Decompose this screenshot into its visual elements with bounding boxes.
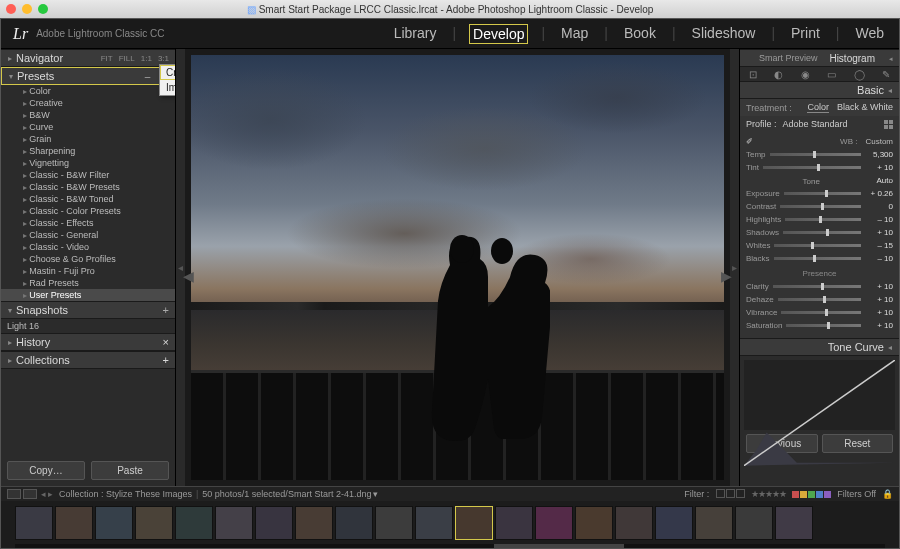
copy-button[interactable]: Copy… — [7, 461, 85, 480]
histogram-header[interactable]: Smart Preview Histogram — [740, 49, 899, 67]
preset-folder[interactable]: Sharpening — [1, 145, 175, 157]
treatment-color[interactable]: Color — [807, 102, 829, 113]
module-book[interactable]: Book — [621, 24, 659, 44]
tone-curve-graph[interactable] — [744, 360, 895, 430]
temp-slider[interactable] — [770, 153, 861, 156]
dehaze-slider[interactable] — [778, 298, 861, 301]
next-photo-arrow[interactable]: ▶ — [721, 268, 732, 284]
preset-folder[interactable]: Classic - B&W Filter — [1, 169, 175, 181]
filmstrip-thumbnail[interactable] — [455, 506, 493, 540]
preset-folder[interactable]: Classic - Effects — [1, 217, 175, 229]
filmstrip-thumbnail[interactable] — [655, 506, 693, 540]
second-window-icon[interactable] — [7, 489, 21, 499]
filmstrip-thumbnail[interactable] — [15, 506, 53, 540]
basic-header[interactable]: Basic — [740, 81, 899, 99]
snapshot-item[interactable]: Light 16 — [1, 319, 175, 333]
module-web[interactable]: Web — [852, 24, 887, 44]
spot-tool-icon[interactable]: ◐ — [774, 69, 783, 80]
vibrance-slider[interactable] — [781, 311, 861, 314]
color-label-filter[interactable] — [792, 491, 831, 498]
preset-folder[interactable]: Classic - Video — [1, 241, 175, 253]
preset-folder[interactable]: B&W — [1, 109, 175, 121]
history-header[interactable]: History × — [1, 333, 175, 351]
preset-folder[interactable]: Grain — [1, 133, 175, 145]
filmstrip-thumbnail[interactable] — [95, 506, 133, 540]
preset-folder[interactable]: Vignetting — [1, 157, 175, 169]
preset-folder[interactable]: Color — [1, 85, 175, 97]
radial-tool-icon[interactable]: ◯ — [854, 69, 865, 80]
develop-tool-strip[interactable]: ⊡ ◐ ◉ ▭ ◯ ✎ — [740, 67, 899, 81]
filmstrip-thumbnail[interactable] — [615, 506, 653, 540]
history-clear-icon[interactable]: × — [163, 336, 169, 348]
highlights-slider[interactable] — [785, 218, 861, 221]
filmstrip-thumbnail[interactable] — [415, 506, 453, 540]
filmstrip-thumbnail[interactable] — [695, 506, 733, 540]
paste-button[interactable]: Paste — [91, 461, 169, 480]
presets-tree[interactable]: ColorCreativeB&WCurveGrainSharpeningVign… — [1, 85, 175, 301]
exposure-slider[interactable] — [784, 192, 861, 195]
navigator-header[interactable]: Navigator FITFILL1:13:1 — [1, 49, 175, 67]
module-develop[interactable]: Develop — [469, 24, 528, 44]
contrast-slider[interactable] — [780, 205, 861, 208]
treatment-bw[interactable]: Black & White — [837, 102, 893, 113]
collections-add-icon[interactable]: + — [163, 354, 169, 366]
preset-folder[interactable]: Classic - B&W Presets — [1, 181, 175, 193]
whites-slider[interactable] — [774, 244, 861, 247]
collections-header[interactable]: Collections + — [1, 351, 175, 369]
filters-off[interactable]: Filters Off — [837, 489, 876, 499]
star-filter[interactable]: ★★★★★ — [751, 489, 786, 499]
filmstrip-thumbnail[interactable] — [255, 506, 293, 540]
filmstrip-thumbnail[interactable] — [375, 506, 413, 540]
redeye-tool-icon[interactable]: ◉ — [801, 69, 810, 80]
gradient-tool-icon[interactable]: ▭ — [827, 69, 836, 80]
grid-view-icon[interactable] — [23, 489, 37, 499]
menu-import-presets[interactable]: Import Preset(s)… — [160, 80, 176, 95]
saturation-slider[interactable] — [786, 324, 861, 327]
brush-tool-icon[interactable]: ✎ — [882, 69, 890, 80]
filter-lock-icon[interactable]: 🔒 — [882, 489, 893, 499]
tone-curve-header[interactable]: Tone Curve — [740, 338, 899, 356]
presets-header[interactable]: Presets – + — [1, 67, 175, 85]
filmstrip-thumbnail[interactable] — [55, 506, 93, 540]
profile-browser-icon[interactable] — [884, 120, 893, 129]
nav-fwd-icon[interactable]: ▸ — [48, 489, 53, 499]
filename-dropdown-icon[interactable]: ▾ — [373, 489, 378, 499]
profile-value[interactable]: Adobe Standard — [783, 119, 848, 129]
filmstrip-scrollbar[interactable] — [15, 544, 885, 548]
flag-filters[interactable] — [715, 489, 745, 500]
auto-tone-button[interactable]: Auto — [877, 176, 893, 185]
filmstrip-thumbnail[interactable] — [295, 506, 333, 540]
filmstrip-thumbnail[interactable] — [575, 506, 613, 540]
menu-create-preset[interactable]: Create Preset… — [160, 65, 176, 80]
module-library[interactable]: Library — [391, 24, 440, 44]
nav-back-icon[interactable]: ◂ — [41, 489, 46, 499]
shadows-slider[interactable] — [783, 231, 861, 234]
preset-folder[interactable]: Choose & Go Profiles — [1, 253, 175, 265]
navigator-zoom-modes[interactable]: FITFILL1:13:1 — [95, 54, 169, 63]
eyedropper-icon[interactable]: ✐ — [746, 137, 753, 146]
prev-photo-arrow[interactable]: ◀ — [183, 268, 194, 284]
clarity-slider[interactable] — [773, 285, 861, 288]
filmstrip-thumbnail[interactable] — [335, 506, 373, 540]
preset-folder[interactable]: Creative — [1, 97, 175, 109]
filmstrip-thumbnail[interactable] — [775, 506, 813, 540]
filmstrip-thumbnail[interactable] — [215, 506, 253, 540]
preset-folder[interactable]: Rad Presets — [1, 277, 175, 289]
crop-tool-icon[interactable]: ⊡ — [749, 69, 757, 80]
snapshots-header[interactable]: Snapshots + — [1, 301, 175, 319]
filmstrip-thumbnail[interactable] — [535, 506, 573, 540]
module-map[interactable]: Map — [558, 24, 591, 44]
preset-folder[interactable]: Classic - Color Presets — [1, 205, 175, 217]
preset-folder[interactable]: Classic - B&W Toned — [1, 193, 175, 205]
preset-folder[interactable]: Curve — [1, 121, 175, 133]
filmstrip-thumbnail[interactable] — [175, 506, 213, 540]
collection-name[interactable]: Stylize These Images — [106, 489, 192, 499]
filmstrip-thumbnail[interactable] — [495, 506, 533, 540]
filmstrip-thumbnails[interactable] — [15, 501, 885, 544]
wb-value[interactable]: Custom — [865, 137, 893, 146]
preset-folder[interactable]: Mastin - Fuji Pro — [1, 265, 175, 277]
module-print[interactable]: Print — [788, 24, 823, 44]
tint-slider[interactable] — [763, 166, 861, 169]
filmstrip-thumbnail[interactable] — [135, 506, 173, 540]
snapshot-add-icon[interactable]: + — [163, 304, 169, 316]
